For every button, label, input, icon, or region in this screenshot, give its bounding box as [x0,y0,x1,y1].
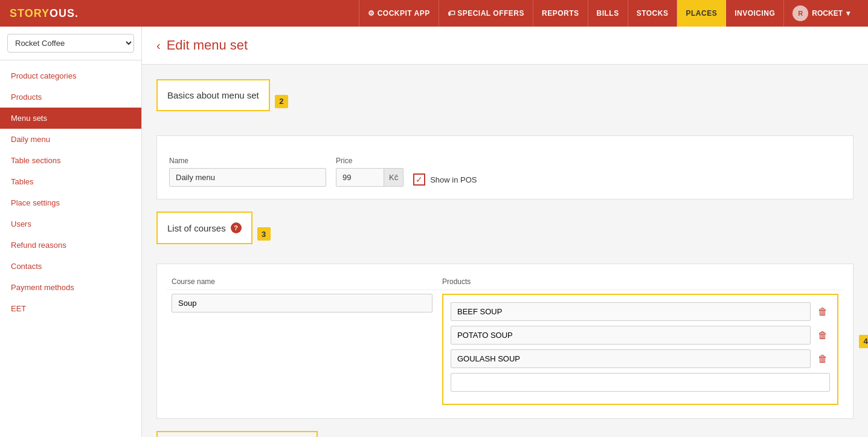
basics-form: Name Price Kč ✓ Show in POS [156,135,854,199]
basics-section-title: Basics about menu set [167,90,259,100]
show-in-pos-label: Show in POS [430,175,477,184]
price-input[interactable] [336,168,384,187]
help-icon[interactable]: ? [231,222,242,233]
show-in-pos-checkbox[interactable]: ✓ [413,173,425,186]
basics-section-row: Basics about menu set 2 [156,79,854,123]
course-table: Course name Products [167,274,843,409]
app-logo: STORYOUS. [10,7,79,20]
courses-section-box: List of courses ? [156,212,252,244]
sidebar: Rocket Coffee Product categories Product… [0,27,142,437]
action-area: Add the new course Save 5 [156,431,854,437]
name-label: Name [169,157,326,165]
products-cell: 🗑 🗑 🗑 [437,290,843,409]
content-area: Basics about menu set 2 Name Price Kč [142,65,868,437]
sidebar-item-daily-menu[interactable]: Daily menu [0,129,141,150]
logo-ous: OUS. [50,7,79,19]
user-menu[interactable]: R ROCKET ▾ [784,5,858,21]
product-row-1: 🗑 [451,326,830,345]
sidebar-item-users[interactable]: Users [0,213,141,235]
product-row-0: 🗑 [451,302,830,321]
sidebar-item-products[interactable]: Products [0,86,141,108]
courses-section-title: List of courses [167,223,226,233]
sidebar-item-eet[interactable]: EET [0,298,141,319]
nav-cockpit-app[interactable]: ⚙ COCKPIT APP [359,0,439,27]
course-name-header: Course name [167,274,437,290]
nav-bills[interactable]: BILLS [588,0,628,27]
courses-section-row: List of courses ? 3 [156,212,854,256]
table-row: 🗑 🗑 🗑 [167,290,843,409]
name-input[interactable] [169,168,326,187]
cockpit-icon: ⚙ [368,9,375,18]
sidebar-item-refund-reasons[interactable]: Refund reasons [0,235,141,256]
sidebar-nav: Product categories Products Menu sets Da… [0,60,141,437]
basics-section-box: Basics about menu set [156,79,270,111]
nav-invoicing[interactable]: INVOICING [726,0,784,27]
location-select-wrap: Rocket Coffee [0,27,141,60]
product-input-3[interactable] [451,373,830,392]
main-content: ‹ Edit menu set Basics about menu set 2 … [142,27,868,437]
sidebar-item-menu-sets[interactable]: Menu sets [0,108,141,129]
avatar: R [792,5,808,21]
offers-icon: 🏷 [448,9,455,18]
step4-area: 4 [854,335,868,348]
nav-places[interactable]: PLACES [677,0,726,27]
app-body: Rocket Coffee Product categories Product… [0,27,868,437]
product-input-0[interactable] [451,302,811,321]
delete-product-0[interactable]: 🗑 [815,305,830,319]
products-area: 🗑 🗑 🗑 [442,294,838,405]
chevron-down-icon: ▾ [846,9,850,18]
nav-special-offers[interactable]: 🏷 SPECIAL OFFERS [439,0,533,27]
step4-badge: 4 [859,335,868,348]
back-button[interactable]: ‹ [156,39,161,51]
delete-product-2[interactable]: 🗑 [815,352,830,366]
courses-table-area: Course name Products [156,264,854,419]
sidebar-item-payment-methods[interactable]: Payment methods [0,277,141,298]
price-label: Price [336,157,403,165]
price-group: Price Kč [336,157,403,187]
page-header: ‹ Edit menu set [142,27,868,65]
course-name-input[interactable] [172,294,432,312]
nav-stocks[interactable]: STOCKS [628,0,678,27]
show-in-pos-group: ✓ Show in POS [413,173,477,187]
products-header: Products [437,274,843,290]
name-group: Name [169,157,326,187]
price-input-group: Kč [336,168,403,187]
basics-form-row: Name Price Kč ✓ Show in POS [169,157,841,187]
top-navigation: STORYOUS. ⚙ COCKPIT APP 🏷 SPECIAL OFFERS… [0,0,868,27]
product-input-1[interactable] [451,326,811,345]
course-name-cell [167,290,437,409]
sidebar-item-tables[interactable]: Tables [0,171,141,192]
sidebar-item-product-categories[interactable]: Product categories [0,65,141,86]
page-title: Edit menu set [167,37,248,53]
price-currency: Kč [384,168,403,187]
user-label: ROCKET [812,9,843,18]
logo-story: STORY [10,7,50,19]
basics-step-badge: 2 [275,95,288,108]
sidebar-item-table-sections[interactable]: Table sections [0,150,141,171]
nav-links: ⚙ COCKPIT APP 🏷 SPECIAL OFFERS REPORTS B… [359,0,784,27]
courses-step-badge: 3 [257,227,271,241]
product-row-3 [451,373,830,392]
sidebar-item-place-settings[interactable]: Place settings [0,192,141,213]
nav-reports[interactable]: REPORTS [533,0,588,27]
location-select[interactable]: Rocket Coffee [7,34,134,53]
delete-product-1[interactable]: 🗑 [815,328,830,343]
product-row-2: 🗑 [451,349,830,368]
product-input-2[interactable] [451,349,811,368]
action-bar-box: Add the new course Save [156,431,318,437]
sidebar-item-contacts[interactable]: Contacts [0,256,141,277]
